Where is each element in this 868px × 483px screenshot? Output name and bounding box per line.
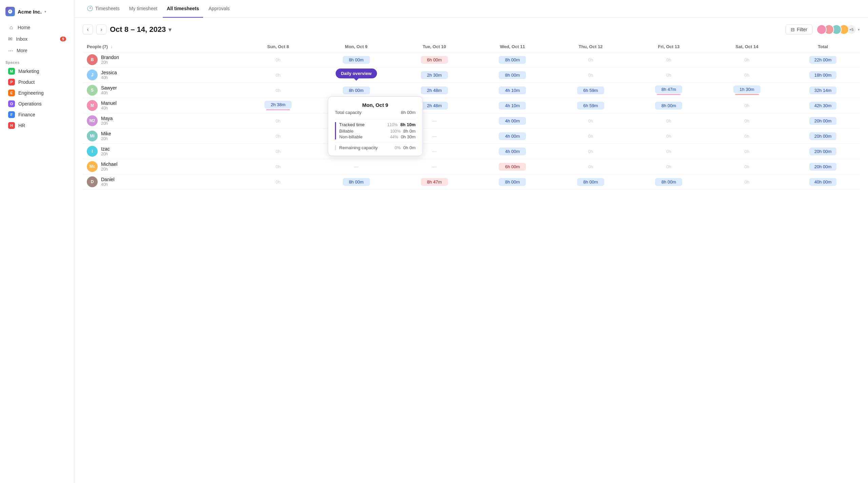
person-cell-daniel[interactable]: D Daniel 40h xyxy=(83,174,239,190)
sidebar-item-product[interactable]: P Product xyxy=(3,77,72,88)
filter-button[interactable]: ⊟ Filter xyxy=(786,24,812,35)
person-cell-michael[interactable]: Mc Michael 20h xyxy=(83,159,239,174)
cell-sawyer-day2[interactable]: 2h 48m xyxy=(395,83,473,98)
tab-my-timesheet-label: My timesheet xyxy=(129,6,157,11)
cell-brandon-day3[interactable]: 8h 00m xyxy=(473,52,551,67)
date-range-selector[interactable]: Oct 8 – 14, 2023 ▾ xyxy=(110,25,171,34)
cell-jessica-day5[interactable]: 0h xyxy=(630,67,708,83)
cell-izac-day3[interactable]: 4h 00m xyxy=(473,144,551,159)
tab-timesheets[interactable]: 🕐 Timesheets xyxy=(83,0,124,18)
top-tabs: 🕐 Timesheets My timesheet All timesheets… xyxy=(75,0,868,18)
cell-sawyer-day4[interactable]: 6h 59m xyxy=(552,83,630,98)
cell-brandon-day1[interactable]: 8h 00m xyxy=(317,52,395,67)
cell-michael-day3[interactable]: 6h 00m xyxy=(473,159,551,174)
tab-my-timesheet[interactable]: My timesheet xyxy=(125,0,161,18)
cell-maya-day6[interactable]: 0h xyxy=(708,113,786,129)
cell-mike-day5[interactable]: 0h xyxy=(630,129,708,144)
clock-icon: 🕐 xyxy=(87,5,93,12)
person-name-manuel: Manuel xyxy=(101,100,117,106)
cell-jessica-day0[interactable]: 0h xyxy=(239,67,317,83)
team-avatars[interactable]: +5 ▾ xyxy=(816,24,860,35)
cell-michael-day6[interactable]: 0h xyxy=(708,159,786,174)
person-cell-manuel[interactable]: M Manuel 40h xyxy=(83,98,239,113)
cell-daniel-day6[interactable]: 0h xyxy=(708,174,786,190)
person-cell-mike[interactable]: Mi Mike 20h xyxy=(83,129,239,144)
cell-maya-day0[interactable]: 0h xyxy=(239,113,317,129)
sidebar-item-operations[interactable]: O Operations xyxy=(3,98,72,109)
cell-sawyer-day3[interactable]: 4h 10m xyxy=(473,83,551,98)
cell-mike-day6[interactable]: 0h xyxy=(708,129,786,144)
person-hours-maya: 20h xyxy=(101,121,113,126)
cell-maya-day3[interactable]: 4h 00m xyxy=(473,113,551,129)
total-cell-izac: 20h 00m xyxy=(786,144,860,159)
cell-brandon-day4[interactable]: 0h xyxy=(552,52,630,67)
cell-maya-day5[interactable]: 0h xyxy=(630,113,708,129)
sidebar-item-home[interactable]: ⌂ Home xyxy=(3,22,72,33)
cell-manuel-day4[interactable]: 6h 59m xyxy=(552,98,630,113)
cell-jessica-day1[interactable]: 7h 30m xyxy=(317,67,395,83)
app-logo[interactable]: Acme Inc. ▾ xyxy=(0,4,74,22)
cell-mike-day3[interactable]: 4h 00m xyxy=(473,129,551,144)
cell-jessica-day2[interactable]: 2h 30m xyxy=(395,67,473,83)
cell-brandon-day2[interactable]: 6h 00m xyxy=(395,52,473,67)
person-cell-brandon[interactable]: B Brandon 20h xyxy=(83,52,239,67)
cell-brandon-day0[interactable]: 0h xyxy=(239,52,317,67)
cell-michael-day1[interactable]: — xyxy=(317,159,395,174)
cell-daniel-day5[interactable]: 8h 00m xyxy=(630,174,708,190)
cell-daniel-day2[interactable]: 8h 47m xyxy=(395,174,473,190)
cell-jessica-day6[interactable]: 0h xyxy=(708,67,786,83)
home-icon: ⌂ xyxy=(8,24,14,31)
cell-sawyer-day5[interactable]: 8h 47m xyxy=(630,83,708,98)
cell-sawyer-day1[interactable]: 8h 00m Daily overview Mon, Oct 9 Total c… xyxy=(317,83,395,98)
sidebar-item-more[interactable]: ⋯ More xyxy=(3,45,72,56)
cell-izac-day4[interactable]: 0h xyxy=(552,144,630,159)
tab-all-timesheets[interactable]: All timesheets xyxy=(163,0,203,18)
cell-michael-day5[interactable]: 0h xyxy=(630,159,708,174)
sidebar-item-engineering[interactable]: E Engineering xyxy=(3,88,72,98)
person-cell-izac[interactable]: I Izac 20h xyxy=(83,144,239,159)
col-people[interactable]: People (7) ↓ xyxy=(83,41,239,52)
cell-michael-day4[interactable]: 0h xyxy=(552,159,630,174)
cell-brandon-day5[interactable]: 0h xyxy=(630,52,708,67)
next-week-button[interactable]: › xyxy=(96,24,106,35)
cell-manuel-day6[interactable]: 0h xyxy=(708,98,786,113)
sidebar-home-label: Home xyxy=(18,25,30,30)
cell-daniel-day0[interactable]: 0h xyxy=(239,174,317,190)
cell-jessica-day4[interactable]: 0h xyxy=(552,67,630,83)
cell-izac-day5[interactable]: 0h xyxy=(630,144,708,159)
person-hours-daniel: 40h xyxy=(101,182,115,187)
total-cell-maya: 20h 00m xyxy=(786,113,860,129)
person-cell-maya[interactable]: M2 Maya 20h xyxy=(83,113,239,129)
prev-week-button[interactable]: ‹ xyxy=(83,24,93,35)
cell-sawyer-day6[interactable]: 1h 30m xyxy=(708,83,786,98)
cell-mike-day0[interactable]: 0h xyxy=(239,129,317,144)
sidebar-item-finance[interactable]: F Finance xyxy=(3,109,72,120)
cell-brandon-day6[interactable]: 0h xyxy=(708,52,786,67)
avatar-brandon: B xyxy=(87,54,98,65)
cell-manuel-day0[interactable]: 2h 38m xyxy=(239,98,317,113)
sidebar-item-inbox[interactable]: ✉ Inbox 9 xyxy=(3,33,72,45)
cell-izac-day6[interactable]: 0h xyxy=(708,144,786,159)
person-cell-jessica[interactable]: J Jessica 40h xyxy=(83,67,239,83)
tab-approvals[interactable]: Approvals xyxy=(204,0,234,18)
cell-manuel-day3[interactable]: 4h 10m xyxy=(473,98,551,113)
cell-daniel-day3[interactable]: 8h 00m xyxy=(473,174,551,190)
cell-maya-day4[interactable]: 0h xyxy=(552,113,630,129)
cell-daniel-day4[interactable]: 8h 00m xyxy=(552,174,630,190)
person-cell-sawyer[interactable]: S Sawyer 40h xyxy=(83,83,239,98)
cell-sawyer-day0[interactable]: 0h xyxy=(239,83,317,98)
cell-daniel-day1[interactable]: 8h 00m xyxy=(317,174,395,190)
cell-michael-day2[interactable]: — xyxy=(395,159,473,174)
cell-manuel-day5[interactable]: 8h 00m xyxy=(630,98,708,113)
cell-michael-day0[interactable]: 0h xyxy=(239,159,317,174)
cell-mike-day4[interactable]: 0h xyxy=(552,129,630,144)
person-name-sawyer: Sawyer xyxy=(101,85,117,91)
sidebar-item-hr[interactable]: H HR xyxy=(3,120,72,131)
header-right-controls: ⊟ Filter +5 ▾ xyxy=(786,24,860,35)
person-name-daniel: Daniel xyxy=(101,177,115,182)
total-cell-sawyer: 32h 14m xyxy=(786,83,860,98)
cell-jessica-day3[interactable]: 8h 00m xyxy=(473,67,551,83)
card-total-capacity: Total capacity8h 00m xyxy=(335,110,416,115)
sidebar-item-marketing[interactable]: M Marketing xyxy=(3,66,72,77)
cell-izac-day0[interactable]: 0h xyxy=(239,144,317,159)
